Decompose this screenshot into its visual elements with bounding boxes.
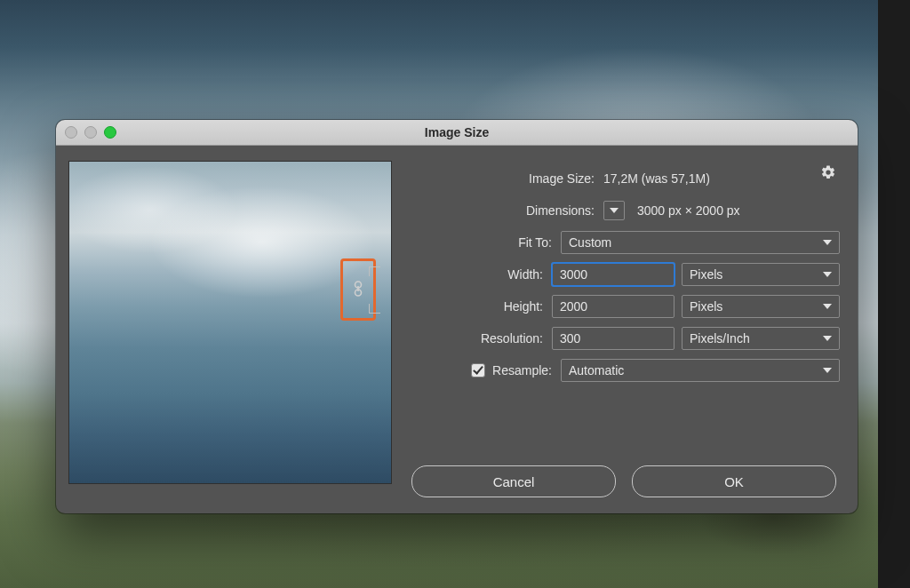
- close-window-button[interactable]: [65, 126, 77, 139]
- fit-to-label: Fit To:: [411, 235, 561, 250]
- height-label: Height:: [411, 299, 552, 314]
- height-input[interactable]: [552, 295, 675, 318]
- image-size-value: 17,2M (was 57,1M): [603, 171, 840, 186]
- window-controls: [65, 126, 116, 139]
- resolution-label: Resolution:: [411, 331, 552, 346]
- minimize-window-button[interactable]: [84, 126, 97, 139]
- image-size-dialog: Image Size Image Size: 17,2M (was 57,1M)…: [56, 120, 858, 513]
- width-unit-select[interactable]: Pixels: [682, 263, 840, 286]
- maximize-window-button[interactable]: [104, 126, 116, 139]
- dimensions-value: 3000 px × 2000 px: [637, 203, 740, 218]
- constrain-proportions-toggle[interactable]: [340, 258, 376, 321]
- image-size-label: Image Size:: [411, 171, 603, 186]
- dimensions-label: Dimensions:: [411, 203, 603, 218]
- resolution-unit-select[interactable]: Pixels/Inch: [682, 327, 840, 350]
- ok-button[interactable]: OK: [632, 465, 836, 497]
- dialog-titlebar: Image Size: [56, 120, 858, 146]
- resample-checkbox[interactable]: [471, 363, 485, 377]
- resolution-input[interactable]: [552, 327, 675, 350]
- width-input[interactable]: [552, 263, 675, 286]
- width-label: Width:: [411, 267, 552, 282]
- height-unit-select[interactable]: Pixels: [682, 295, 840, 318]
- app-side-strip: [878, 0, 910, 588]
- image-size-form: Image Size: 17,2M (was 57,1M) Dimensions…: [411, 163, 840, 386]
- chain-link-icon: [352, 281, 364, 299]
- image-preview: [68, 161, 392, 484]
- gear-icon[interactable]: [820, 164, 836, 183]
- dialog-title: Image Size: [425, 125, 489, 139]
- dimensions-dropdown-toggle[interactable]: [603, 201, 625, 220]
- fit-to-select[interactable]: Custom: [561, 231, 840, 254]
- cancel-button[interactable]: Cancel: [411, 465, 616, 497]
- resample-label: Resample:: [492, 363, 552, 377]
- resample-select[interactable]: Automatic: [561, 359, 840, 382]
